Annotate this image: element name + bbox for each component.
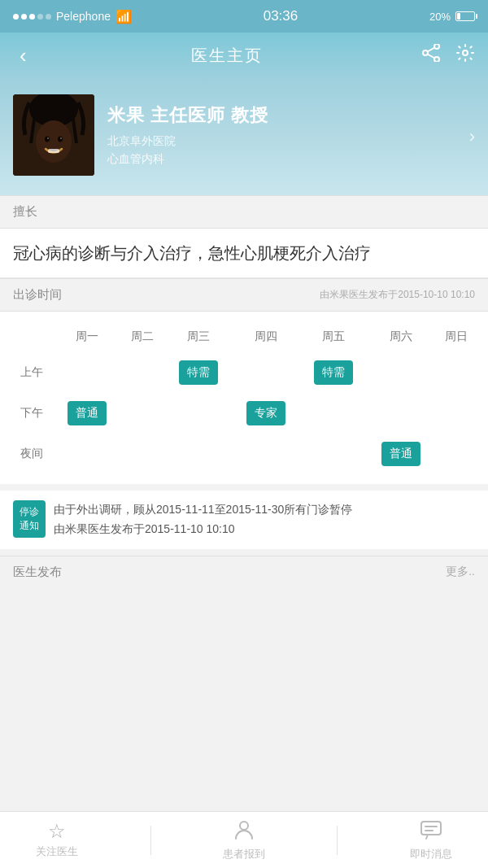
cell-tue-afternoon xyxy=(121,393,164,434)
signal-dot-5 xyxy=(46,14,51,20)
star-icon: ☆ xyxy=(48,822,66,841)
specialty-text: 冠心病的诊断与介入治疗，急性心肌梗死介入治疗 xyxy=(0,229,488,278)
notice-badge: 停诊 通知 xyxy=(13,500,46,538)
cell-mon-morning xyxy=(53,352,120,393)
cell-fri-afternoon xyxy=(299,393,367,434)
schedule-section-header: 出诊时间 由米果医生发布于2015-10-10 10:10 xyxy=(0,278,488,312)
status-bar: Pelephone 📶 03:36 20% xyxy=(0,0,488,33)
svg-point-10 xyxy=(58,137,63,142)
col-header-sun: 周日 xyxy=(435,321,479,352)
svg-point-1 xyxy=(434,57,439,62)
svg-rect-15 xyxy=(421,822,441,835)
wifi-icon: 📶 xyxy=(115,9,132,24)
cell-fri-morning[interactable]: 特需 xyxy=(299,352,367,393)
chat-icon xyxy=(420,819,442,844)
avatar xyxy=(13,94,94,176)
signal-dots xyxy=(13,14,51,20)
cell-thu-morning xyxy=(232,352,299,393)
profile-section: 米果 主任医师 教授 北京阜外医院 心血管内科 › xyxy=(0,78,488,195)
table-row: 夜间 普通 xyxy=(10,434,478,474)
cell-tue-morning xyxy=(121,352,164,393)
notice-text: 由于外出调研，顾从2015-11-11至2015-11-30所有门诊暂停 由米果… xyxy=(54,500,352,539)
status-left: Pelephone 📶 xyxy=(13,9,132,24)
table-header-row: 周一 周二 周三 周四 周五 周六 周日 xyxy=(10,321,478,352)
col-header-mon: 周一 xyxy=(53,321,120,352)
svg-point-8 xyxy=(36,120,72,163)
schedule-section: 周一 周二 周三 周四 周五 周六 周日 上午 特需 特需 xyxy=(0,312,488,484)
badge-putong-mon[interactable]: 普通 xyxy=(68,401,107,425)
notice-content: 由于外出调研，顾从2015-11-11至2015-11-30所有门诊暂停 由米果… xyxy=(54,500,352,539)
badge-putong-sat[interactable]: 普通 xyxy=(381,442,420,466)
doctor-hospital: 北京阜外医院 xyxy=(107,134,475,149)
profile-chevron-icon[interactable]: › xyxy=(469,126,475,147)
specialty-section-header: 擅长 xyxy=(0,195,488,229)
cell-sun-afternoon xyxy=(435,393,479,434)
schedule-table: 周一 周二 周三 周四 周五 周六 周日 上午 特需 特需 xyxy=(10,321,478,474)
cell-thu-night xyxy=(232,434,299,474)
notice-main-text: 由于外出调研，顾从2015-11-11至2015-11-30所有门诊暂停 xyxy=(54,503,352,516)
svg-point-11 xyxy=(47,137,49,139)
profile-info: 米果 主任医师 教授 北京阜外医院 心血管内科 xyxy=(107,103,475,167)
col-header-sat: 周六 xyxy=(367,321,434,352)
person-icon xyxy=(233,819,255,844)
cell-tue-night xyxy=(121,434,164,474)
avatar-image xyxy=(13,94,94,176)
svg-point-9 xyxy=(45,137,50,142)
row-label-morning: 上午 xyxy=(10,352,53,393)
cell-mon-night xyxy=(53,434,120,474)
tab-follow-label: 关注医生 xyxy=(36,844,78,859)
badge-tejian-wed[interactable]: 特需 xyxy=(179,360,218,385)
schedule-label: 出诊时间 xyxy=(13,287,62,303)
specialty-label: 擅长 xyxy=(13,204,37,218)
svg-point-12 xyxy=(60,137,62,139)
badge-tejian-fri[interactable]: 特需 xyxy=(314,360,353,385)
battery-icon xyxy=(455,11,475,21)
cell-sun-night xyxy=(435,434,479,474)
status-right: 20% xyxy=(429,11,475,23)
tab-divider-2 xyxy=(337,826,338,855)
svg-point-14 xyxy=(240,822,248,830)
col-header-tue: 周二 xyxy=(121,321,164,352)
signal-dot-4 xyxy=(37,14,43,20)
svg-line-3 xyxy=(427,48,434,52)
cell-wed-afternoon xyxy=(164,393,232,434)
cell-sat-morning xyxy=(367,352,434,393)
cell-fri-night xyxy=(299,434,367,474)
svg-point-2 xyxy=(423,50,428,55)
cell-sun-morning xyxy=(435,352,479,393)
signal-dot-1 xyxy=(13,14,19,20)
svg-rect-13 xyxy=(48,149,59,153)
posts-more-link[interactable]: 更多.. xyxy=(446,565,475,579)
posts-section: 医生发布 更多.. xyxy=(0,556,488,588)
cell-sat-night[interactable]: 普通 xyxy=(367,434,434,474)
svg-point-5 xyxy=(463,50,468,55)
back-button[interactable]: ‹ xyxy=(13,40,33,72)
content-spacer xyxy=(0,588,488,637)
notice-badge-line2: 通知 xyxy=(20,520,39,531)
doctor-department: 心血管内科 xyxy=(107,152,475,167)
doctor-name: 米果 主任医师 教授 xyxy=(107,103,475,128)
nav-icons xyxy=(421,43,475,68)
status-time: 03:36 xyxy=(264,8,298,24)
cell-mon-afternoon[interactable]: 普通 xyxy=(53,393,120,434)
settings-icon[interactable] xyxy=(455,43,475,68)
notice-section: 停诊 通知 由于外出调研，顾从2015-11-11至2015-11-30所有门诊… xyxy=(0,484,488,549)
battery-percent: 20% xyxy=(429,11,451,23)
signal-dot-3 xyxy=(29,14,35,20)
share-icon[interactable] xyxy=(421,44,441,67)
cell-wed-morning[interactable]: 特需 xyxy=(164,352,232,393)
tab-patient-report[interactable]: 患者报到 xyxy=(223,819,265,861)
notice-badge-line1: 停诊 xyxy=(20,506,39,517)
battery-fill xyxy=(457,13,460,20)
cell-thu-afternoon[interactable]: 专家 xyxy=(232,393,299,434)
cell-sat-afternoon xyxy=(367,393,434,434)
row-label-night: 夜间 xyxy=(10,434,53,474)
tab-instant-message[interactable]: 即时消息 xyxy=(410,819,452,861)
svg-line-4 xyxy=(427,55,434,59)
col-header-empty xyxy=(10,321,53,352)
table-row: 上午 特需 特需 xyxy=(10,352,478,393)
tab-follow-doctor[interactable]: ☆ 关注医生 xyxy=(36,822,78,859)
badge-zhuanjia-thu[interactable]: 专家 xyxy=(246,401,285,425)
tab-message-label: 即时消息 xyxy=(410,847,452,861)
col-header-thu: 周四 xyxy=(232,321,299,352)
